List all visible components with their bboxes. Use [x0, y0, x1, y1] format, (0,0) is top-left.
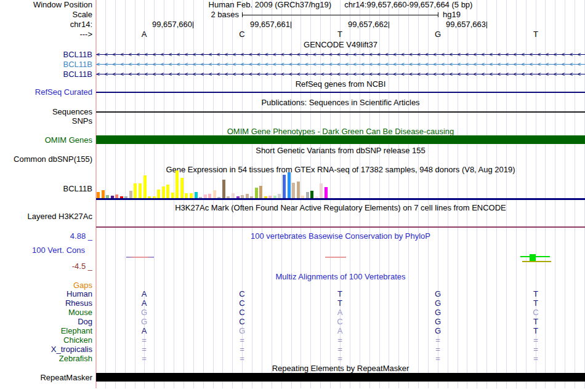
alignment-base: = [142, 345, 147, 354]
scale-assembly: hg19 [443, 10, 461, 19]
species-label[interactable]: Elephant [0, 327, 92, 335]
alignment-base: T [337, 290, 342, 298]
omim-genes-label[interactable]: OMIM Genes [0, 136, 92, 145]
alignment-bases: ACTGT [96, 290, 585, 298]
phylop-max-label: 4.88 _ [0, 232, 92, 241]
alignment-base: C [239, 290, 244, 298]
omim-gene-item[interactable] [96, 135, 585, 144]
sequences-item[interactable] [96, 111, 585, 113]
coordinate-row: chr14: 99,657,66099,657,66199,657,66299,… [0, 20, 585, 29]
gene-label[interactable]: BCL11B [0, 50, 92, 59]
alignment-base: = [337, 345, 342, 354]
tick-mark-icon [193, 22, 193, 28]
refseq-curated-label[interactable]: RefSeq Curated [0, 88, 92, 97]
gene-transcript[interactable]: <<<<<<<<<<<<<<<<<<<<<<<<<<<<<<<<<<<<<<<<… [96, 60, 585, 68]
repeatmasker-item[interactable] [96, 373, 585, 382]
window-position-label: Window Position [0, 1, 92, 9]
multiz-row-rhesus: RhesusACTGT [0, 299, 585, 308]
omim-title: OMIM Gene Phenotypes - Dark Green Can Be… [96, 127, 585, 136]
reference-base: C [239, 30, 244, 39]
gtex-title-row: Gene Expression in 54 tissues from GTEx … [0, 166, 585, 174]
refseq-title: RefSeq genes from NCBI [96, 80, 585, 89]
alignment-base: A [142, 299, 147, 308]
alignment-base: = [142, 354, 147, 363]
alignment-base: = [435, 336, 440, 345]
repeatmasker-title-row: Repeating Elements by RepeatMasker [0, 364, 585, 373]
gtex-tissue-bar [102, 190, 105, 198]
strand-arrows: <<<<<<<<<<<<<<<<<<<<<<<<<<<<<<<<<<<<<<<<… [96, 50, 585, 58]
reference-base: G [435, 30, 441, 39]
gtex-tissue-bar [297, 182, 300, 198]
phylop-title: 100 vertebrates Basewise Conservation by… [96, 232, 585, 241]
omim-title-row: OMIM Gene Phenotypes - Dark Green Can Be… [0, 127, 585, 136]
alignment-base: = [240, 345, 244, 354]
alignment-base: = [142, 336, 147, 345]
gtex-tissue-bar [129, 191, 132, 198]
chrom-label: chr14: [0, 20, 92, 29]
species-label[interactable]: Chicken [0, 336, 92, 345]
scale-bar [242, 12, 438, 17]
phylop-label[interactable]: 100 Vert. Cons [0, 246, 85, 255]
species-label[interactable]: Dog [0, 318, 92, 326]
gtex-gene-label[interactable]: BCL11B [0, 185, 92, 193]
phylop-mark-1[interactable] [126, 257, 154, 258]
phylop-min-row: -4.5 _ [0, 262, 585, 271]
gene-transcript[interactable]: <<<<<<<<<<<<<<<<<<<<<<<<<<<<<<<<<<<<<<<<… [96, 50, 585, 58]
species-label[interactable]: Mouse [0, 308, 92, 317]
gtex-tissue-bar [306, 192, 309, 198]
gtex-tissue-bar [176, 170, 179, 198]
alignment-base: T [533, 327, 538, 335]
gtex-expression-bars[interactable] [96, 174, 585, 198]
phylop-min-label: -4.5 _ [0, 262, 92, 271]
alignment-base: G [435, 308, 441, 317]
dbsnp-title-row: Short Genetic Variants from dbSNP releas… [0, 146, 585, 155]
refseq-title-row: RefSeq genes from NCBI [0, 80, 585, 89]
h3k27ac-title: H3K27Ac Mark (Often Found Near Active Re… [96, 204, 585, 212]
phylop-row: 100 Vert. Cons [0, 246, 585, 255]
sequences-label[interactable]: Sequences [0, 108, 92, 116]
multiz-row-chicken: Chicken===== [0, 336, 585, 345]
snps-row: SNPs [0, 117, 585, 126]
phylop-mark-2[interactable] [325, 257, 346, 258]
gtex-tissue-bar [195, 192, 198, 198]
h3k27ac-label[interactable]: Layered H3K27Ac [0, 212, 92, 221]
publications-title-row: Publications: Sequences in Scientific Ar… [0, 98, 585, 107]
gtex-tissue-bar [246, 194, 249, 198]
reference-base: T [533, 30, 538, 39]
gtex-tissue-bar [292, 183, 295, 198]
multiz-gaps-label[interactable]: Gaps [0, 281, 92, 290]
reference-base: A [142, 30, 147, 39]
species-label[interactable]: Zebrafish [0, 354, 92, 363]
strand-row: ---> ACTGT [0, 30, 585, 39]
assembly-name: Human Feb. 2009 (GRCh37/hg19) [209, 0, 331, 9]
coordinate-tick: 99,657,663 [446, 20, 487, 29]
gene-label[interactable]: BCL11B [0, 70, 92, 79]
gene-transcript[interactable]: <<<<<<<<<<<<<<<<<<<<<<<<<<<<<<<<<<<<<<<<… [96, 70, 585, 78]
alignment-bases: GCCGT [96, 318, 585, 326]
dbsnp-label[interactable]: Common dbSNP(155) [0, 155, 92, 164]
alignment-base: = [240, 336, 244, 345]
gtex-tissue-bar [222, 180, 225, 198]
species-label[interactable]: X_tropicalis [0, 345, 92, 354]
repeatmasker-label[interactable]: RepeatMasker [0, 374, 92, 382]
gtex-tissue-bar [208, 194, 211, 198]
refseq-curated-item[interactable] [96, 92, 585, 93]
multiz-row-dog: DogGCCGT [0, 318, 585, 326]
scale-row: Scale 2 bases hg19 [0, 10, 585, 19]
strand-arrows: <<<<<<<<<<<<<<<<<<<<<<<<<<<<<<<<<<<<<<<<… [96, 60, 585, 68]
phylop-mark-3-negative[interactable] [522, 261, 551, 262]
h3k27ac-signal-line[interactable] [96, 226, 585, 228]
phylop-mark-3-peak[interactable] [530, 254, 536, 261]
gene-label[interactable]: BCL11B [0, 60, 92, 69]
gtex-tissue-bar [320, 183, 323, 198]
multiz-row-x_tropicalis: X_tropicalis===== [0, 345, 585, 354]
gencode-title: GENCODE V49lift37 [96, 41, 585, 49]
h3k27ac-row: Layered H3K27Ac [0, 212, 585, 221]
gtex-tissue-bar [134, 183, 137, 198]
species-label[interactable]: Rhesus [0, 299, 92, 308]
tick-mark-icon [486, 22, 487, 28]
alignment-bases: ===== [96, 345, 585, 354]
snps-label[interactable]: SNPs [0, 117, 92, 126]
gtex-tissue-bar [278, 194, 281, 198]
species-label[interactable]: Human [0, 290, 92, 298]
